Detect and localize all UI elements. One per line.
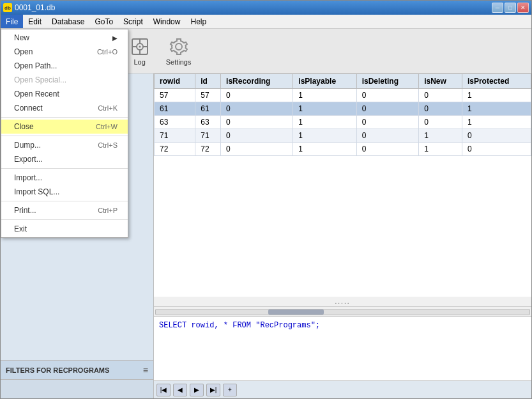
col-isnew: isNew [419, 74, 462, 89]
toolbar-settings-button[interactable]: Settings [161, 34, 197, 68]
nav-last-button[interactable]: ▶| [206, 384, 220, 396]
menu-import[interactable]: Import... [1, 171, 128, 185]
sql-query[interactable]: SELECT rowid, * FROM "RecPrograms"; [154, 317, 531, 334]
menu-open[interactable]: Open Ctrl+O [1, 45, 128, 59]
cell-isprotected: 1 [462, 89, 531, 102]
cell-isnew: 0 [419, 116, 462, 129]
cell-isprotected: 1 [462, 116, 531, 129]
file-dropdown-menu: New ▶ Open Ctrl+O Open Path... Open Spec… [1, 29, 128, 238]
menu-connect[interactable]: Connect Ctrl+K [1, 101, 128, 115]
table-row[interactable]: 727201010 [155, 143, 531, 156]
nav-first-button[interactable]: |◀ [156, 384, 171, 396]
scrollbar-thumb[interactable] [268, 309, 324, 315]
settings-label: Settings [166, 58, 192, 66]
toolbar-log-button[interactable]: Log [124, 34, 156, 68]
cell-isrecording: 0 [221, 102, 293, 116]
cell-isrecording: 0 [221, 116, 293, 129]
cell-isdeleting: 0 [356, 129, 419, 143]
cell-rowid: 57 [155, 89, 195, 102]
table-area: rowid id isRecording isPlayable isDeleti… [154, 74, 531, 297]
cell-isprotected: 1 [462, 102, 531, 116]
cell-id: 61 [195, 102, 221, 116]
cell-isplayable: 1 [293, 129, 356, 143]
bottom-toolbar: |◀ ◀ ▶ ▶| + [154, 380, 531, 398]
menu-import-sql[interactable]: Import SQL... [1, 185, 128, 199]
cell-isrecording: 0 [221, 143, 293, 156]
table-row[interactable]: 636301001 [155, 116, 531, 129]
cell-rowid: 61 [155, 102, 195, 116]
menu-open-special: Open Special... [1, 73, 128, 87]
svg-point-14 [139, 45, 141, 47]
settings-icon [169, 36, 189, 57]
menu-new[interactable]: New ▶ [1, 31, 128, 45]
menu-open-path[interactable]: Open Path... [1, 59, 128, 73]
menu-item-edit[interactable]: Edit [23, 15, 47, 28]
cell-isdeleting: 0 [356, 89, 419, 102]
cell-isnew: 0 [419, 89, 462, 102]
submenu-arrow: ▶ [112, 35, 118, 42]
cell-rowid: 63 [155, 116, 195, 129]
cell-id: 71 [195, 129, 221, 143]
cell-isnew: 1 [419, 129, 462, 143]
cell-isplayable: 1 [293, 143, 356, 156]
sql-area: SELECT rowid, * FROM "RecPrograms"; [154, 317, 531, 380]
table-row[interactable]: 616101001 [155, 102, 531, 116]
horizontal-scrollbar[interactable] [154, 306, 531, 317]
col-isrecording: isRecording [221, 74, 293, 89]
menu-print[interactable]: Print... Ctrl+P [1, 203, 128, 217]
add-row-button[interactable]: + [223, 384, 237, 396]
table-row[interactable]: 717101010 [155, 129, 531, 143]
col-isplayable: isPlayable [293, 74, 356, 89]
cell-isprotected: 0 [462, 129, 531, 143]
separator-2 [1, 136, 128, 136]
col-id: id [195, 74, 221, 89]
cell-rowid: 71 [155, 129, 195, 143]
menu-item-window[interactable]: Window [148, 15, 186, 28]
col-rowid: rowid [155, 74, 195, 89]
close-window-button[interactable]: ✕ [517, 3, 529, 13]
col-isdeleting: isDeleting [356, 74, 419, 89]
filters-label: FILTERS FOR RECPROGRAMS [6, 366, 109, 374]
menu-close[interactable]: Close Ctrl+W [1, 120, 128, 134]
cell-id: 57 [195, 89, 221, 102]
right-panel: rowid id isRecording isPlayable isDeleti… [154, 74, 531, 398]
cell-isnew: 1 [419, 143, 462, 156]
log-label: Log [134, 58, 146, 66]
separator-4 [1, 201, 128, 201]
menu-item-help[interactable]: Help [185, 15, 211, 28]
maximize-button[interactable]: □ [505, 3, 516, 13]
menu-item-database[interactable]: Database [47, 15, 89, 28]
cell-rowid: 72 [155, 143, 195, 156]
data-table: rowid id isRecording isPlayable isDeleti… [154, 74, 531, 156]
separator-5 [1, 219, 128, 220]
filters-menu-icon[interactable]: ≡ [143, 365, 148, 375]
sidebar-bottom [1, 379, 153, 398]
sidebar-filters: FILTERS FOR RECPROGRAMS ≡ [1, 360, 153, 379]
menu-item-goto[interactable]: GoTo [89, 15, 118, 28]
app-icon: db [3, 3, 12, 12]
cell-isprotected: 0 [462, 143, 531, 156]
menu-item-file[interactable]: File [1, 15, 23, 28]
menu-item-script[interactable]: Script [118, 15, 148, 28]
title-bar: db 0001_01.db ─ □ ✕ [1, 1, 531, 15]
main-window: db 0001_01.db ─ □ ✕ File Edit Database G… [0, 0, 532, 399]
cell-isplayable: 1 [293, 116, 356, 129]
nav-prev-button[interactable]: ◀ [173, 384, 187, 396]
cell-isplayable: 1 [293, 89, 356, 102]
title-bar-left: db 0001_01.db [3, 3, 55, 12]
menu-open-recent[interactable]: Open Recent [1, 87, 128, 101]
cell-isrecording: 0 [221, 129, 293, 143]
col-isprotected: isProtected [462, 74, 531, 89]
menu-dump[interactable]: Dump... Ctrl+S [1, 138, 128, 152]
scrollbar-track[interactable] [155, 309, 530, 315]
svg-point-19 [176, 43, 182, 50]
title-controls: ─ □ ✕ [492, 3, 529, 13]
nav-next-button[interactable]: ▶ [190, 384, 204, 396]
minimize-button[interactable]: ─ [492, 3, 503, 13]
menu-export[interactable]: Export... [1, 152, 128, 166]
cell-isnew: 0 [419, 102, 462, 116]
table-row[interactable]: 575701001 [155, 89, 531, 102]
menu-exit[interactable]: Exit [1, 222, 128, 236]
menu-bar: File Edit Database GoTo Script Window He… [1, 15, 531, 29]
cell-isrecording: 0 [221, 89, 293, 102]
